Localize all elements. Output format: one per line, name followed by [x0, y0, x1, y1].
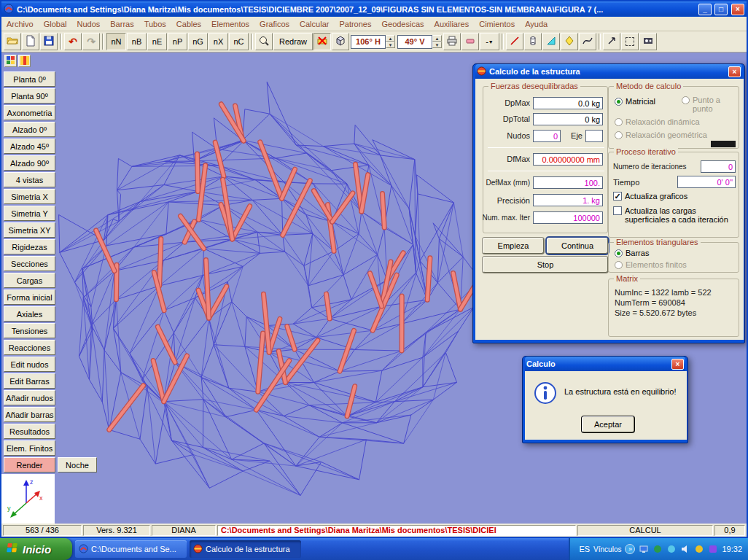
- close-button[interactable]: ×: [731, 4, 744, 15]
- menu-item-nudos[interactable]: Nudos: [71, 18, 105, 30]
- minimize-button[interactable]: _: [698, 4, 712, 15]
- sidebar-item-4-vistas[interactable]: 4 vistas: [4, 172, 55, 187]
- dptotal-field[interactable]: 0 kg: [533, 113, 603, 125]
- taskbar-task-calc-dialog[interactable]: Calculo de la estructura: [190, 540, 301, 558]
- triangle-tool-button[interactable]: [542, 33, 560, 50]
- iteraciones-field[interactable]: 0: [701, 160, 736, 173]
- h-angle-up-button[interactable]: ▲: [386, 35, 395, 42]
- defmax-field[interactable]: 100.: [533, 176, 603, 189]
- toggle-nX[interactable]: nX: [209, 33, 228, 50]
- taskbar-task-main-window[interactable]: C:\Documents and Se...: [75, 540, 187, 558]
- menu-item-global[interactable]: Global: [39, 18, 72, 30]
- sidebar-item-axiales[interactable]: Axiales: [4, 306, 55, 322]
- menu-item-cimientos[interactable]: Cimientos: [474, 18, 520, 30]
- menu-item-patrones[interactable]: Patrones: [334, 18, 376, 30]
- zoom-button[interactable]: [255, 33, 273, 50]
- menu-item-geodesicas[interactable]: Geodesicas: [376, 18, 429, 30]
- lasso-tool-button[interactable]: [603, 33, 620, 50]
- sidebar-item-elem-finitos[interactable]: Elem. Finitos: [4, 440, 55, 456]
- minus-dropdown-button[interactable]: -▼: [480, 33, 499, 50]
- language-indicator[interactable]: ES: [579, 545, 590, 553]
- sidebar-item-alzado-45[interactable]: Alzado 45º: [4, 139, 55, 154]
- message-dialog-close-button[interactable]: ×: [671, 359, 684, 370]
- sidebar-item-simetria-xy[interactable]: Simetria XY: [4, 222, 55, 238]
- sidebar-item-simetria-x[interactable]: Simetria X: [4, 189, 55, 204]
- aceptar-button[interactable]: Aceptar: [582, 416, 634, 432]
- sidebar-item-planta-0[interactable]: Planta 0º: [4, 71, 55, 87]
- sidebar-item-simetria-y[interactable]: Simetria Y: [4, 206, 55, 221]
- tray-icon-volume[interactable]: [680, 544, 690, 554]
- sidebar-item-axonometria[interactable]: Axonometria: [4, 105, 55, 120]
- tray-icon-network[interactable]: [639, 544, 649, 554]
- select-rect-button[interactable]: [621, 33, 639, 50]
- sidebar-item-resultados[interactable]: Resultados: [4, 424, 55, 439]
- links-toolbar-label[interactable]: Vínculos: [593, 545, 621, 553]
- sidebar-item-reacciones[interactable]: Reacciones: [4, 340, 55, 355]
- sidebar-item-forma-inicial[interactable]: Forma inicial: [4, 289, 55, 305]
- sidebar-item-render[interactable]: Render: [4, 457, 55, 472]
- menu-item-calcular[interactable]: Calcular: [295, 18, 334, 30]
- menu-item-graficos[interactable]: Graficos: [254, 18, 295, 30]
- menu-item-auxiliares[interactable]: Auxiliares: [429, 18, 475, 30]
- menu-item-cables[interactable]: Cables: [171, 18, 206, 30]
- v-angle-down-button[interactable]: ▼: [432, 42, 442, 48]
- sidebar-item-tensiones[interactable]: Tensiones: [4, 323, 55, 338]
- tray-icon-antivirus[interactable]: [708, 544, 718, 554]
- curve-tool-button[interactable]: [579, 33, 596, 50]
- radio-matricial[interactable]: Matricial: [615, 97, 655, 106]
- menu-item-elementos[interactable]: Elementos: [206, 18, 254, 30]
- redo-button[interactable]: ↷: [82, 33, 100, 50]
- dpmax-field[interactable]: 0.0 kg: [533, 97, 603, 109]
- eje-field[interactable]: [585, 130, 603, 142]
- menu-item-archivo[interactable]: Archivo: [1, 18, 39, 30]
- menu-item-barras[interactable]: Barras: [105, 18, 139, 30]
- tray-icon-messenger[interactable]: [666, 544, 677, 554]
- bar-tool-button[interactable]: [524, 33, 542, 50]
- line-tool-button[interactable]: [506, 33, 523, 50]
- kite-tool-button[interactable]: [561, 33, 578, 50]
- calc-dialog-close-button[interactable]: ×: [728, 66, 741, 77]
- redraw-button[interactable]: Redraw: [273, 33, 313, 50]
- h-angle-down-button[interactable]: ▼: [386, 42, 395, 48]
- sidebar-item-cargas[interactable]: Cargas: [4, 273, 55, 288]
- sidebar-item-anadir-barras[interactable]: Añadir barras: [4, 407, 55, 422]
- sidebar-item-rigidezas[interactable]: Rigidezas: [4, 239, 55, 254]
- nudos-field[interactable]: 0: [533, 130, 561, 142]
- continua-button[interactable]: Continua: [547, 238, 608, 254]
- checkbox-actualiza-cargas[interactable]: Actualiza las cargas superficiales a cad…: [613, 206, 736, 224]
- numiter-field[interactable]: 100000: [533, 211, 603, 224]
- sidebar-item-alzado-90[interactable]: Alzado 90º: [4, 155, 55, 171]
- v-angle-up-button[interactable]: ▲: [432, 35, 442, 42]
- h-angle-input[interactable]: 106° H: [351, 35, 386, 49]
- toggle-nB[interactable]: nB: [127, 33, 147, 50]
- sidebar-item-alzado-0[interactable]: Alzado 0º: [4, 122, 55, 137]
- sidebar-item-planta-90[interactable]: Planta 90º: [4, 88, 55, 104]
- radio-barras[interactable]: Barras: [615, 249, 649, 257]
- camera-button[interactable]: [639, 33, 657, 50]
- open-button[interactable]: [4, 33, 21, 50]
- palette-grid-button[interactable]: [4, 55, 17, 67]
- toggle-nG[interactable]: nG: [188, 33, 208, 50]
- sidebar-item-edit-nudos[interactable]: Edit nudos: [4, 357, 55, 372]
- sidebar-item-anadir-nudos[interactable]: Añadir nudos: [4, 390, 55, 405]
- toggle-nP[interactable]: nP: [168, 33, 187, 50]
- tray-icon-scheduler[interactable]: [694, 544, 704, 554]
- stop-button[interactable]: Stop: [483, 257, 608, 273]
- menu-item-ayuda[interactable]: Ayuda: [520, 18, 553, 30]
- eraser-button[interactable]: [461, 33, 479, 50]
- toggle-nN[interactable]: nN: [106, 33, 126, 50]
- tray-icon-update[interactable]: [652, 544, 663, 554]
- delete-mode-button[interactable]: [313, 33, 331, 50]
- noche-button[interactable]: Noche: [58, 457, 97, 472]
- menu-item-tubos[interactable]: Tubos: [139, 18, 171, 30]
- empieza-button[interactable]: Empieza: [483, 238, 544, 254]
- start-button[interactable]: Inicio: [0, 538, 72, 560]
- maximize-button[interactable]: □: [714, 4, 728, 15]
- sidebar-item-edit-barras[interactable]: Edit Barras: [4, 373, 55, 389]
- sidebar-item-secciones[interactable]: Secciones: [4, 256, 55, 271]
- v-angle-input[interactable]: 49° V: [397, 35, 432, 49]
- new-button[interactable]: [22, 33, 39, 50]
- toggle-nC[interactable]: nC: [229, 33, 249, 50]
- save-button[interactable]: [40, 33, 58, 50]
- undo-button[interactable]: ↶: [64, 33, 82, 50]
